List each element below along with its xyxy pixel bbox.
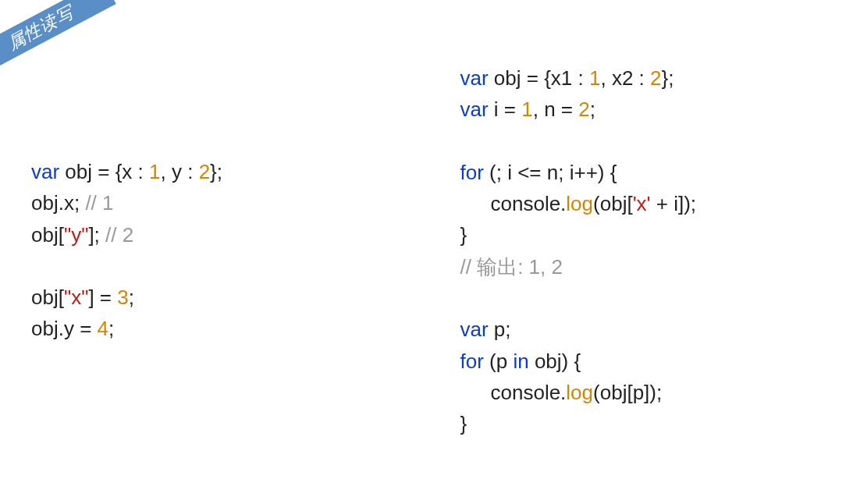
blank-line	[460, 126, 816, 157]
code-line: var i = 1, n = 2;	[460, 94, 816, 125]
slide-columns: var obj = {x : 1, y : 2}; obj.x; // 1 ob…	[0, 0, 846, 504]
blank-line	[460, 282, 816, 314]
left-code-block: var obj = {x : 1, y : 2}; obj.x; // 1 ob…	[0, 0, 418, 504]
code-line: var obj = {x : 1, y : 2};	[31, 156, 386, 187]
code-line: for (; i <= n; i++) {	[460, 157, 816, 188]
code-line: console.log(obj[p]);	[460, 377, 816, 408]
code-line: }	[460, 408, 816, 439]
code-line: }	[460, 219, 816, 250]
code-line: var p;	[460, 314, 816, 345]
code-line: obj["x"] = 3;	[31, 282, 386, 313]
right-code-block: var obj = {x1 : 1, x2 : 2}; var i = 1, n…	[418, 0, 847, 504]
code-line: obj["y"]; // 2	[31, 219, 386, 250]
code-line: console.log(obj['x' + i]);	[460, 188, 816, 219]
code-line: for (p in obj) {	[460, 346, 816, 377]
code-line: obj.x; // 1	[31, 187, 386, 218]
blank-line	[31, 250, 386, 282]
code-line: obj.y = 4;	[31, 313, 386, 344]
code-line: // 输出: 1, 2	[460, 251, 816, 282]
code-line: var obj = {x1 : 1, x2 : 2};	[460, 62, 816, 94]
